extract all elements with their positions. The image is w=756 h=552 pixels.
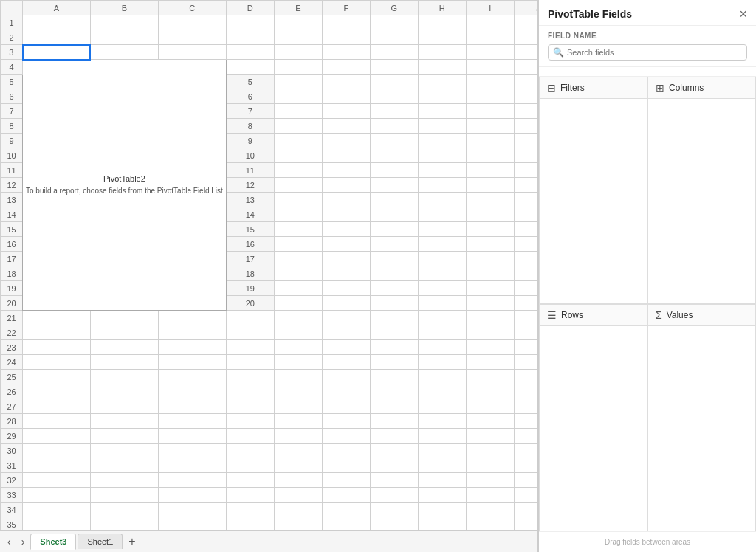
row-header-34[interactable]: 34 <box>1 503 23 517</box>
cell-C23[interactable] <box>158 340 226 355</box>
row-header-26[interactable]: 26 <box>1 384 23 399</box>
cell-H31[interactable] <box>418 458 466 473</box>
cell-I10[interactable] <box>514 148 537 163</box>
cell-A24[interactable] <box>23 355 91 370</box>
cell-H14[interactable] <box>466 207 514 222</box>
row-header-10[interactable]: 10 <box>1 148 23 163</box>
cell-C31[interactable] <box>158 458 226 473</box>
columns-zone-body[interactable] <box>648 99 755 303</box>
cell-F12[interactable] <box>370 178 418 193</box>
cell-I29[interactable] <box>466 429 514 444</box>
cell-F24[interactable] <box>322 355 370 370</box>
cell-J24[interactable] <box>514 355 537 370</box>
cell-F9[interactable] <box>370 134 418 148</box>
cell-G22[interactable] <box>370 325 418 340</box>
row-header-33[interactable]: 33 <box>1 488 23 503</box>
row-header-13[interactable]: 13 <box>1 193 23 207</box>
row-header-7[interactable]: 7 <box>226 104 274 119</box>
cell-B29[interactable] <box>90 429 158 444</box>
cell-E24[interactable] <box>274 355 322 370</box>
cell-F3[interactable] <box>322 45 370 60</box>
cell-D12[interactable] <box>274 178 322 193</box>
cell-G4[interactable] <box>370 60 418 75</box>
cell-D24[interactable] <box>226 355 274 370</box>
cell-D1[interactable] <box>226 15 274 30</box>
cell-J26[interactable] <box>514 384 537 399</box>
cell-I18[interactable] <box>514 266 537 281</box>
cell-D19[interactable] <box>274 281 322 296</box>
cell-F6[interactable] <box>370 89 418 104</box>
cell-F23[interactable] <box>322 340 370 355</box>
cell-J34[interactable] <box>514 503 537 517</box>
cell-E12[interactable] <box>322 178 370 193</box>
cell-G8[interactable] <box>418 119 466 134</box>
cell-A21[interactable] <box>23 311 91 325</box>
row-header-16[interactable]: 16 <box>226 237 274 252</box>
cell-H20[interactable] <box>466 296 514 311</box>
cell-I25[interactable] <box>466 370 514 384</box>
row-header-13[interactable]: 13 <box>226 193 274 207</box>
cell-J33[interactable] <box>514 488 537 503</box>
cell-C35[interactable] <box>158 517 226 531</box>
col-header-D[interactable]: D <box>226 1 274 15</box>
row-header-20[interactable]: 20 <box>1 296 23 311</box>
cell-D29[interactable] <box>226 429 274 444</box>
row-header-35[interactable]: 35 <box>1 517 23 531</box>
cell-I20[interactable] <box>514 296 537 311</box>
cell-B26[interactable] <box>90 384 158 399</box>
cell-G20[interactable] <box>418 296 466 311</box>
cell-E5[interactable] <box>322 75 370 89</box>
row-header-28[interactable]: 28 <box>1 414 23 429</box>
row-header-30[interactable]: 30 <box>1 444 23 458</box>
cell-H5[interactable] <box>466 75 514 89</box>
row-header-15[interactable]: 15 <box>1 222 23 237</box>
cell-G23[interactable] <box>370 340 418 355</box>
cell-E29[interactable] <box>274 429 322 444</box>
cell-D6[interactable] <box>274 89 322 104</box>
cell-F17[interactable] <box>370 252 418 266</box>
cell-A32[interactable] <box>23 473 91 488</box>
cell-H10[interactable] <box>466 148 514 163</box>
col-header-F[interactable]: F <box>322 1 370 15</box>
cell-H1[interactable] <box>418 15 466 30</box>
row-header-7[interactable]: 7 <box>1 104 23 119</box>
cell-D21[interactable] <box>226 311 274 325</box>
cell-D15[interactable] <box>274 222 322 237</box>
filters-zone-body[interactable] <box>540 99 647 303</box>
cell-I17[interactable] <box>514 252 537 266</box>
cell-A23[interactable] <box>23 340 91 355</box>
row-header-16[interactable]: 16 <box>1 237 23 252</box>
cell-B32[interactable] <box>90 473 158 488</box>
row-header-14[interactable]: 14 <box>1 207 23 222</box>
cell-C27[interactable] <box>158 399 226 414</box>
cell-F21[interactable] <box>322 311 370 325</box>
cell-F35[interactable] <box>322 517 370 531</box>
cell-I7[interactable] <box>514 104 537 119</box>
cell-D3[interactable] <box>226 45 274 60</box>
cell-G1[interactable] <box>370 15 418 30</box>
row-header-5[interactable]: 5 <box>226 75 274 89</box>
cell-I27[interactable] <box>466 399 514 414</box>
cell-D9[interactable] <box>274 134 322 148</box>
cell-E4[interactable] <box>274 60 322 75</box>
cell-F25[interactable] <box>322 370 370 384</box>
cell-E22[interactable] <box>274 325 322 340</box>
cell-D4[interactable] <box>226 60 274 75</box>
cell-H25[interactable] <box>418 370 466 384</box>
cell-J2[interactable] <box>514 30 537 45</box>
cell-D11[interactable] <box>274 163 322 178</box>
cell-H33[interactable] <box>418 488 466 503</box>
cell-B21[interactable] <box>90 311 158 325</box>
cell-I9[interactable] <box>514 134 537 148</box>
cell-H17[interactable] <box>466 252 514 266</box>
cell-I12[interactable] <box>514 178 537 193</box>
cell-H22[interactable] <box>418 325 466 340</box>
cell-I22[interactable] <box>466 325 514 340</box>
cell-D31[interactable] <box>226 458 274 473</box>
cell-F4[interactable] <box>322 60 370 75</box>
cell-G35[interactable] <box>370 517 418 531</box>
cell-E21[interactable] <box>274 311 322 325</box>
cell-E30[interactable] <box>274 444 322 458</box>
cell-E15[interactable] <box>322 222 370 237</box>
cell-F31[interactable] <box>322 458 370 473</box>
